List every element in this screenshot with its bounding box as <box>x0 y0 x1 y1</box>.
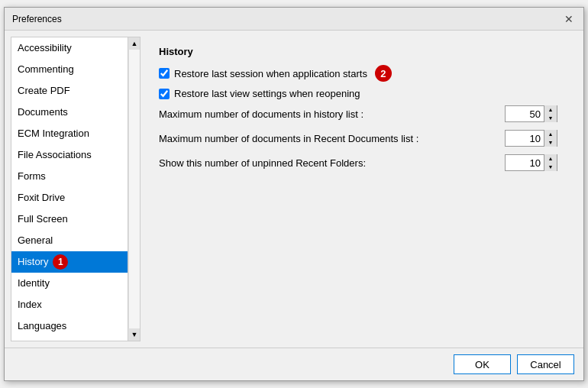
field2-spinner: ▲ ▼ <box>505 130 557 147</box>
sidebar-item-identity[interactable]: Identity <box>11 273 128 294</box>
sidebar-item-languages[interactable]: Languages <box>11 315 128 337</box>
sidebar-item-documents[interactable]: Documents <box>11 102 128 123</box>
sidebar-item-full-screen[interactable]: Full Screen <box>11 209 128 230</box>
scroll-track <box>128 50 140 328</box>
checkbox1-row: Restore last session when application st… <box>159 65 565 82</box>
sidebar-item-file-assoc[interactable]: File Associations <box>11 144 128 166</box>
field2-decrement[interactable]: ▼ <box>544 138 557 147</box>
dialog-footer: OK Cancel <box>5 348 583 380</box>
field1-decrement[interactable]: ▼ <box>544 114 557 122</box>
field2-row: Maximum number of documents in Recent Do… <box>159 130 565 147</box>
checkbox1-label: Restore last session when application st… <box>174 68 367 79</box>
field3-label: Show this number of unpinned Recent Fold… <box>159 157 366 169</box>
checkbox-restore-session[interactable] <box>159 68 170 79</box>
badge-2: 2 <box>375 65 392 82</box>
cancel-button[interactable]: Cancel <box>517 354 574 374</box>
field2-label: Maximum number of documents in Recent Do… <box>159 133 418 144</box>
sidebar: Accessibility Commenting Create PDF Docu… <box>11 37 141 341</box>
field3-input[interactable] <box>506 155 544 170</box>
ok-button[interactable]: OK <box>454 354 511 374</box>
sidebar-item-commenting[interactable]: Commenting <box>11 59 128 80</box>
field3-spinner: ▲ ▼ <box>505 154 557 171</box>
sidebar-item-create-pdf[interactable]: Create PDF <box>11 80 128 102</box>
checkbox-restore-view[interactable] <box>159 89 170 99</box>
dialog-body: Accessibility Commenting Create PDF Docu… <box>5 31 583 348</box>
field3-spinner-buttons: ▲ ▼ <box>544 154 557 171</box>
field1-input[interactable] <box>506 106 544 121</box>
field1-row: Maximum number of documents in history l… <box>159 105 565 122</box>
sidebar-item-measuring[interactable]: Measuring <box>11 337 128 341</box>
field1-spinner-buttons: ▲ ▼ <box>544 105 557 122</box>
sidebar-item-history[interactable]: History1 <box>11 251 128 273</box>
sidebar-inner: Accessibility Commenting Create PDF Docu… <box>11 37 140 341</box>
close-button[interactable]: ✕ <box>562 12 576 26</box>
scroll-down-button[interactable]: ▼ <box>128 328 141 341</box>
sidebar-item-index[interactable]: Index <box>11 294 128 315</box>
title-bar: Preferences ✕ <box>5 8 583 31</box>
field2-input[interactable] <box>506 131 544 146</box>
dialog-title: Preferences <box>12 14 62 24</box>
field2-increment[interactable]: ▲ <box>544 130 557 138</box>
badge-1: 1 <box>53 254 68 270</box>
field1-spinner: ▲ ▼ <box>505 105 557 122</box>
sidebar-list: Accessibility Commenting Create PDF Docu… <box>11 37 128 341</box>
field3-decrement[interactable]: ▼ <box>544 163 557 171</box>
field2-spinner-buttons: ▲ ▼ <box>544 130 557 147</box>
preferences-dialog: Preferences ✕ Accessibility Commenting C… <box>4 7 584 381</box>
sidebar-item-accessibility[interactable]: Accessibility <box>11 37 128 59</box>
sidebar-item-ecm[interactable]: ECM Integration <box>11 123 128 144</box>
sidebar-item-foxit-drive[interactable]: Foxit Drive <box>11 187 128 209</box>
content-title: History <box>159 46 565 57</box>
content-area: History Restore last session when applic… <box>147 37 577 341</box>
sidebar-scrollbar: ▲ ▼ <box>128 37 140 341</box>
field3-row: Show this number of unpinned Recent Fold… <box>159 154 565 171</box>
sidebar-item-general[interactable]: General <box>11 230 128 251</box>
field1-label: Maximum number of documents in history l… <box>159 108 363 120</box>
checkbox2-row: Restore last view settings when reopenin… <box>159 88 565 99</box>
sidebar-item-forms[interactable]: Forms <box>11 166 128 187</box>
field3-increment[interactable]: ▲ <box>544 154 557 163</box>
checkbox2-label: Restore last view settings when reopenin… <box>174 88 360 99</box>
field1-increment[interactable]: ▲ <box>544 105 557 114</box>
scroll-up-button[interactable]: ▲ <box>128 37 141 50</box>
